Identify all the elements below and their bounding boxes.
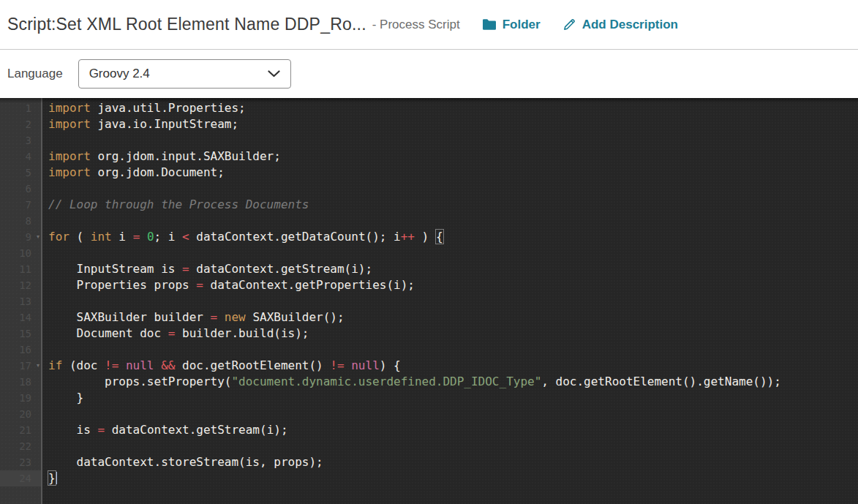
code-area: import java.util.Properties;import java.… — [42, 98, 858, 504]
line-number: 15 — [0, 326, 41, 342]
line-number: 21 — [0, 422, 41, 438]
language-select[interactable]: Groovy 2.4 — [78, 59, 291, 89]
page-subtitle: - Process Script — [372, 18, 460, 32]
header: Script:Set XML Root Element Name DDP_Ro.… — [0, 0, 858, 50]
folder-button[interactable]: Folder — [482, 18, 541, 32]
line-number: 7 — [0, 197, 41, 213]
line-number: 18 — [0, 374, 41, 390]
code-line: } — [48, 390, 858, 406]
line-number: 2 — [0, 116, 41, 132]
line-number: 1 — [0, 100, 41, 116]
add-description-label: Add Description — [582, 18, 678, 32]
language-label: Language — [7, 67, 63, 81]
line-number: 17▾ — [0, 358, 41, 374]
fold-arrow-icon[interactable]: ▾ — [37, 229, 39, 245]
line-number: 23 — [0, 454, 41, 470]
line-number: 13 — [0, 293, 41, 309]
code-line — [48, 245, 858, 261]
page-title: Script:Set XML Root Element Name DDP_Ro.… — [7, 15, 366, 34]
code-line: Properties props = dataContext.getProper… — [48, 277, 858, 293]
code-line: } — [48, 470, 858, 486]
line-number: 14 — [0, 309, 41, 326]
code-line: import java.io.InputStream; — [48, 116, 858, 132]
add-description-button[interactable]: Add Description — [562, 18, 678, 32]
code-line — [48, 213, 858, 229]
code-line: import org.jdom.Document; — [48, 165, 858, 181]
code-line: InputStream is = dataContext.getStream(i… — [48, 261, 858, 277]
line-number: 24 — [0, 470, 41, 486]
code-line: props.setProperty("document.dynamic.user… — [48, 374, 858, 390]
line-number: 3 — [0, 132, 41, 148]
line-number: 16 — [0, 342, 41, 358]
code-line — [48, 181, 858, 197]
folder-label: Folder — [503, 18, 541, 32]
line-number: 8 — [0, 213, 41, 229]
fold-arrow-icon[interactable]: ▾ — [37, 358, 39, 374]
line-number: 6 — [0, 181, 41, 197]
line-number: 12 — [0, 277, 41, 293]
code-line: if (doc != null && doc.getRootElement() … — [48, 358, 858, 374]
pencil-icon — [562, 18, 576, 31]
folder-icon — [482, 18, 497, 31]
language-select-value: Groovy 2.4 — [89, 67, 268, 81]
code-line — [48, 293, 858, 309]
code-line — [48, 438, 858, 454]
line-number: 9▾ — [0, 229, 41, 245]
code-line: import org.jdom.input.SAXBuilder; — [48, 148, 858, 165]
code-line: import java.util.Properties; — [48, 100, 858, 116]
line-number: 10 — [0, 245, 41, 261]
chevron-down-icon — [268, 70, 280, 78]
code-line: for ( int i = 0; i < dataContext.getData… — [48, 229, 858, 245]
code-line: dataContext.storeStream(is, props); — [48, 454, 858, 470]
code-line — [48, 406, 858, 422]
line-number: 4 — [0, 148, 41, 165]
code-line — [48, 132, 858, 148]
line-number: 19 — [0, 390, 41, 406]
code-line: // Loop through the Process Documents — [48, 197, 858, 213]
code-line: is = dataContext.getStream(i); — [48, 422, 858, 438]
text-cursor — [56, 472, 57, 484]
code-line: SAXBuilder builder = new SAXBuilder(); — [48, 309, 858, 326]
line-number-gutter: 123456789▾1011121314151617▾1819202122232… — [0, 98, 42, 504]
line-number: 5 — [0, 165, 41, 181]
line-number: 11 — [0, 261, 41, 277]
line-number: 22 — [0, 438, 41, 454]
code-line — [48, 342, 858, 358]
line-number: 20 — [0, 406, 41, 422]
script-editor-window: Script:Set XML Root Element Name DDP_Ro.… — [0, 0, 858, 504]
language-row: Language Groovy 2.4 — [0, 50, 858, 98]
code-editor[interactable]: 123456789▾1011121314151617▾1819202122232… — [0, 98, 858, 504]
code-line: Document doc = builder.build(is); — [48, 326, 858, 342]
